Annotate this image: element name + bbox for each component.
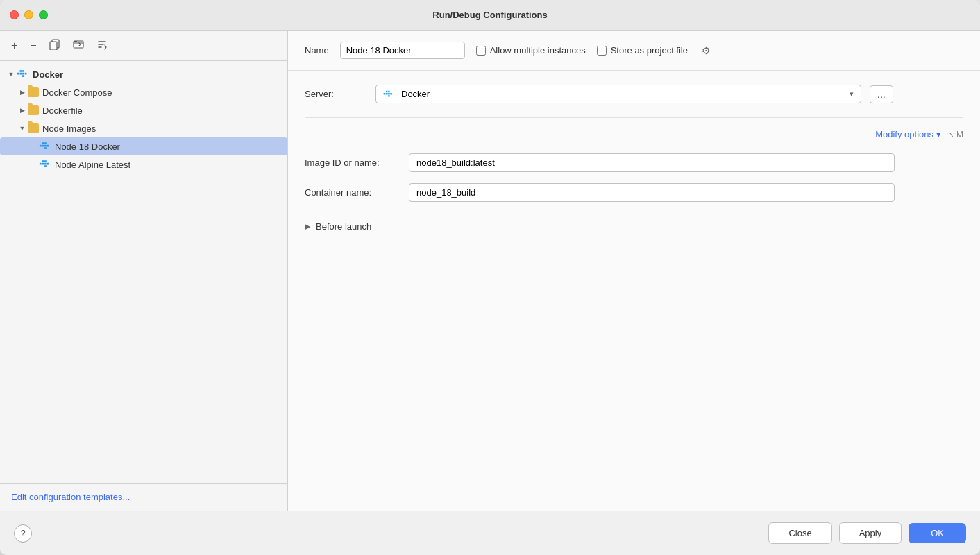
svg-rect-13	[42, 142, 44, 144]
svg-rect-25	[384, 93, 385, 94]
folder-icon-dockerfile	[28, 105, 39, 115]
dialog-title: Run/Debug Configurations	[432, 10, 547, 20]
copy-icon	[49, 39, 60, 53]
footer-right: Close Apply OK	[768, 522, 966, 544]
server-label: Server:	[305, 89, 367, 99]
store-as-project-label: Store as project file	[611, 45, 688, 56]
svg-rect-15	[44, 142, 47, 144]
sidebar-item-node18-docker[interactable]: Node 18 Docker	[0, 137, 287, 155]
add-config-button[interactable]: +	[8, 38, 20, 53]
docker-root-icon	[17, 68, 29, 80]
folder-icon-compose	[28, 87, 39, 97]
sidebar: + −	[0, 31, 288, 511]
svg-rect-7	[22, 73, 24, 75]
edit-templates-link[interactable]: Edit configuration templates...	[11, 492, 130, 502]
tree-arrow-node-images	[17, 123, 28, 134]
container-name-input[interactable]	[409, 183, 895, 202]
name-label: Name	[305, 45, 329, 56]
docker-icon-alpine	[39, 158, 51, 171]
title-bar: Run/Debug Configurations	[0, 0, 980, 31]
sidebar-item-node-images[interactable]: Node Images	[0, 119, 287, 137]
tree-arrow-compose	[17, 87, 28, 98]
svg-rect-18	[40, 163, 42, 165]
sort-button[interactable]	[94, 37, 110, 54]
close-button[interactable]: Close	[768, 522, 831, 544]
tree-arrow-node18	[28, 141, 39, 152]
folder-icon-node-images	[28, 123, 39, 133]
svg-rect-20	[42, 160, 44, 162]
svg-rect-31	[388, 95, 389, 96]
svg-rect-3	[74, 41, 77, 42]
svg-rect-12	[42, 145, 44, 147]
sidebar-node18-label: Node 18 Docker	[55, 142, 120, 152]
tree-arrow-docker	[6, 69, 17, 80]
svg-rect-10	[22, 75, 24, 77]
allow-multiple-checkbox[interactable]	[476, 46, 486, 56]
docker-icon-node18	[39, 140, 51, 153]
store-as-project-checkbox[interactable]	[597, 46, 607, 56]
gear-icon: ⚙	[702, 45, 711, 56]
chevron-down-modify-icon: ▾	[936, 129, 941, 139]
svg-rect-30	[390, 93, 391, 94]
minimize-window-button[interactable]	[24, 10, 33, 19]
svg-rect-17	[44, 147, 47, 149]
config-name-input[interactable]	[340, 42, 465, 59]
sidebar-footer: Edit configuration templates...	[0, 483, 287, 511]
svg-rect-14	[44, 145, 47, 147]
apply-button[interactable]: Apply	[839, 522, 902, 544]
help-button[interactable]: ?	[14, 524, 32, 543]
divider	[305, 117, 963, 118]
server-value: Docker	[383, 89, 430, 99]
sidebar-item-docker[interactable]: Docker	[0, 65, 287, 83]
modify-options-label: Modify options	[875, 129, 933, 139]
svg-rect-23	[47, 163, 49, 165]
sidebar-tree: Docker Docker Compose Dockerfile	[0, 61, 287, 483]
modify-shortcut: ⌥M	[947, 130, 963, 139]
ok-button[interactable]: OK	[909, 523, 966, 543]
ellipsis-icon: ...	[877, 89, 886, 100]
dialog-footer: ? Close Apply OK	[0, 511, 980, 555]
maximize-window-button[interactable]	[39, 10, 48, 19]
server-dropdown[interactable]: Docker ▾	[375, 85, 861, 103]
right-panel: Name Allow multiple instances Store as p…	[288, 31, 980, 511]
svg-rect-24	[44, 165, 47, 167]
svg-rect-8	[22, 70, 24, 72]
close-window-button[interactable]	[10, 10, 19, 19]
image-id-label: Image ID or name:	[305, 157, 409, 168]
plus-icon: +	[11, 40, 17, 52]
sidebar-docker-label: Docker	[33, 69, 63, 80]
sidebar-toolbar: + −	[0, 31, 287, 61]
tree-arrow-dockerfile	[17, 105, 28, 116]
sidebar-compose-label: Docker Compose	[42, 87, 112, 98]
chevron-down-icon: ▾	[850, 89, 854, 99]
run-debug-dialog: Run/Debug Configurations + −	[0, 0, 980, 555]
svg-rect-11	[40, 145, 42, 147]
sidebar-node-images-label: Node Images	[42, 123, 96, 134]
svg-rect-29	[388, 90, 389, 92]
svg-rect-22	[44, 160, 47, 162]
before-launch-header[interactable]: ▶ Before launch	[305, 219, 963, 234]
sidebar-item-dockerfile[interactable]: Dockerfile	[0, 101, 287, 119]
server-ellipsis-button[interactable]: ...	[870, 85, 893, 103]
right-body: Server:	[288, 71, 980, 511]
modify-options-row: Modify options ▾ ⌥M	[305, 129, 963, 139]
svg-rect-4	[17, 73, 19, 75]
minus-icon: −	[30, 40, 36, 52]
server-dropdown-value: Docker	[401, 89, 430, 99]
remove-config-button[interactable]: −	[27, 38, 39, 53]
footer-left: ?	[14, 524, 32, 543]
move-to-group-button[interactable]	[70, 37, 87, 54]
image-id-input[interactable]	[409, 153, 895, 172]
sort-icon	[96, 39, 108, 53]
project-file-gear-button[interactable]: ⚙	[702, 45, 711, 56]
svg-rect-6	[20, 70, 22, 72]
sidebar-dockerfile-label: Dockerfile	[42, 105, 83, 116]
sidebar-item-node-alpine[interactable]: Node Alpine Latest	[0, 155, 287, 173]
tree-arrow-alpine	[28, 159, 39, 170]
before-launch-arrow-icon: ▶	[305, 222, 310, 231]
move-folder-icon	[73, 39, 84, 53]
sidebar-item-docker-compose[interactable]: Docker Compose	[0, 83, 287, 101]
copy-config-button[interactable]	[47, 37, 63, 54]
docker-server-icon	[383, 90, 397, 99]
modify-options-button[interactable]: Modify options ▾	[875, 129, 941, 139]
